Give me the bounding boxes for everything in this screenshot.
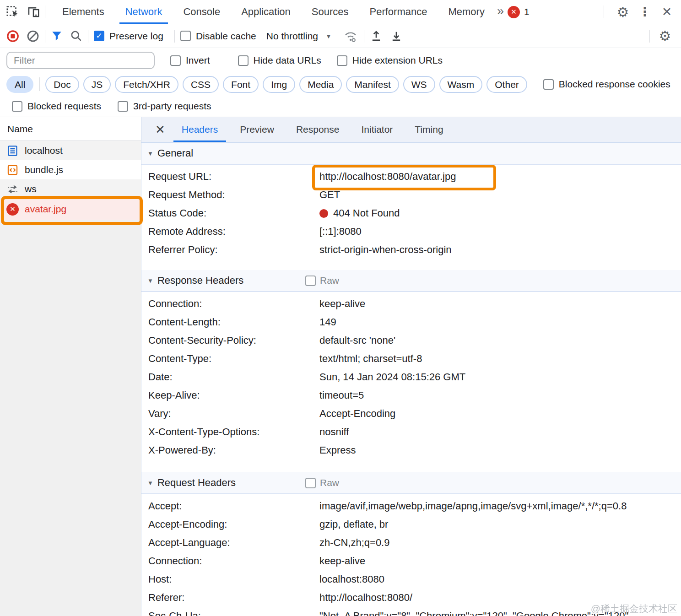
raw-request-checkbox[interactable] [305, 478, 316, 488]
header-label: Referrer Policy: [148, 244, 319, 256]
tab-elements[interactable]: Elements [52, 0, 115, 24]
header-label: Request URL: [148, 171, 319, 183]
search-icon[interactable] [70, 30, 82, 42]
import-har-icon[interactable] [370, 30, 383, 43]
filter-pill-other[interactable]: Other [486, 76, 527, 93]
kebab-menu-icon[interactable]: ⋮ [635, 5, 654, 19]
divider [45, 5, 45, 18]
header-label: Keep-Alive: [148, 389, 319, 401]
header-row-request-url: Request URL: http://localhost:8080/avata… [141, 168, 681, 186]
request-row-ws[interactable]: ws [0, 179, 141, 199]
settings-gear-icon[interactable]: ⚙ [613, 4, 632, 20]
script-icon [6, 164, 19, 176]
tab-preview[interactable]: Preview [229, 117, 285, 142]
header-row: Content-Length: 149 [141, 313, 681, 331]
filter-pill-all[interactable]: All [6, 76, 33, 93]
document-icon [6, 145, 19, 157]
tab-timing[interactable]: Timing [404, 117, 454, 142]
filter-pill-wasm[interactable]: Wasm [439, 76, 483, 93]
filter-pill-ws[interactable]: WS [403, 76, 435, 93]
header-row: Connection: keep-alive [141, 552, 681, 570]
section-request-headers[interactable]: ▼ Request Headers Raw [141, 472, 681, 494]
blocked-requests-checkbox[interactable] [12, 101, 22, 112]
filter-pill-css[interactable]: CSS [183, 76, 219, 93]
preserve-log-checkbox[interactable]: ✓ [94, 31, 104, 41]
section-response-headers[interactable]: ▼ Response Headers Raw [141, 270, 681, 292]
tab-sources[interactable]: Sources [301, 0, 359, 24]
close-detail-icon[interactable]: ✕ [150, 117, 171, 142]
close-devtools-icon[interactable]: ✕ [657, 5, 676, 19]
tab-memory[interactable]: Memory [438, 0, 495, 24]
tab-response[interactable]: Response [285, 117, 351, 142]
request-name: ws [25, 184, 37, 195]
filter-pill-font[interactable]: Font [223, 76, 259, 93]
request-row-localhost[interactable]: localhost [0, 141, 141, 160]
tab-application[interactable]: Application [231, 0, 301, 24]
filter-funnel-icon[interactable] [51, 30, 63, 42]
export-har-icon[interactable] [390, 30, 403, 43]
raw-toggle-group: Raw [305, 477, 339, 488]
header-row-request-method: Request Method: GET [141, 186, 681, 204]
header-label: Referer: [148, 592, 319, 604]
section-general[interactable]: ▼ General [141, 143, 681, 165]
preserve-log-group: ✓ Preserve log [94, 31, 163, 42]
header-value: gzip, deflate, br [319, 519, 388, 530]
tab-headers[interactable]: Headers [171, 117, 229, 142]
network-settings-gear-icon[interactable]: ⚙ [655, 28, 675, 44]
hide-data-urls-group: Hide data URLs [238, 55, 321, 66]
request-row-bundle-js[interactable]: bundle.js [0, 160, 141, 179]
tab-initiator[interactable]: Initiator [350, 117, 404, 142]
third-party-requests-checkbox[interactable] [118, 101, 128, 112]
disclosure-triangle-icon: ▼ [147, 480, 153, 486]
tab-console[interactable]: Console [173, 0, 231, 24]
name-column-header[interactable]: Name [0, 117, 141, 141]
raw-response-checkbox[interactable] [305, 276, 316, 286]
filter-pill-js[interactable]: JS [83, 76, 111, 93]
tab-performance[interactable]: Performance [359, 0, 438, 24]
header-value: keep-alive [319, 555, 365, 567]
error-icon: ✕ [6, 203, 19, 216]
throttling-dropdown[interactable]: No throttling ▼ [266, 31, 332, 42]
header-value: Accept-Encoding [319, 408, 395, 420]
more-tabs-icon[interactable]: » [497, 4, 503, 18]
header-value: text/html; charset=utf-8 [319, 353, 422, 365]
hide-extension-urls-checkbox[interactable] [337, 55, 347, 66]
invert-checkbox[interactable] [170, 55, 181, 66]
record-network-log-icon[interactable] [6, 30, 19, 43]
divider [604, 5, 604, 18]
hide-data-urls-checkbox[interactable] [238, 55, 249, 66]
blocked-response-cookies-checkbox[interactable] [543, 79, 554, 90]
header-value: localhost:8080 [319, 573, 384, 585]
inspect-element-icon[interactable] [5, 5, 19, 19]
filter-pill-doc[interactable]: Doc [45, 76, 79, 93]
clear-network-log-icon[interactable] [27, 30, 39, 43]
header-value: Sun, 14 Jan 2024 08:15:26 GMT [319, 371, 465, 383]
request-name: bundle.js [25, 164, 63, 175]
request-row-avatar-jpg[interactable]: ✕ avatar.jpg [0, 199, 141, 220]
request-header-rows: Accept: image/avif,image/webp,image/apng… [141, 494, 681, 616]
header-label: Content-Length: [148, 316, 319, 328]
header-value: keep-alive [319, 298, 365, 310]
invert-label: Invert [186, 55, 210, 66]
filter-pill-img[interactable]: Img [263, 76, 295, 93]
filter-input[interactable] [6, 52, 155, 69]
disable-cache-group: Disable cache [180, 31, 256, 42]
header-label: Accept-Encoding: [148, 519, 319, 530]
filter-pill-fetch-xhr[interactable]: Fetch/XHR [115, 76, 178, 93]
main-tabs: Elements Network Console Application Sou… [52, 0, 495, 24]
options-row: Blocked requests 3rd-party requests [0, 96, 681, 117]
header-label: X-Powered-By: [148, 444, 319, 456]
disable-cache-checkbox[interactable] [180, 31, 191, 41]
filter-pill-manifest[interactable]: Manifest [346, 76, 399, 93]
network-conditions-icon[interactable] [343, 29, 358, 43]
header-label: Status Code: [148, 207, 319, 219]
header-label: Vary: [148, 408, 319, 420]
header-value: nosniff [319, 426, 349, 438]
header-row: Host: localhost:8080 [141, 570, 681, 589]
filter-pill-media[interactable]: Media [299, 76, 342, 93]
device-toolbar-icon[interactable] [27, 5, 40, 19]
header-label: Sec-Ch-Ua: [148, 610, 319, 616]
filter-row: Invert Hide data URLs Hide extension URL… [0, 48, 681, 73]
tab-network[interactable]: Network [115, 0, 173, 24]
error-badge-icon[interactable]: ✕ [508, 6, 520, 18]
